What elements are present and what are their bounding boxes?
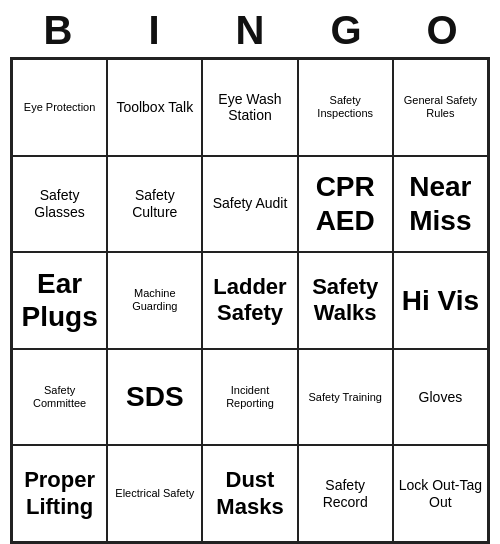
bingo-letter-b: B (14, 8, 102, 53)
bingo-cell-10: Ear Plugs (12, 252, 107, 349)
bingo-cell-16: SDS (107, 349, 202, 446)
bingo-cell-20: Proper Lifting (12, 445, 107, 542)
bingo-cell-9: Near Miss (393, 156, 488, 253)
bingo-cell-15: Safety Committee (12, 349, 107, 446)
bingo-cell-22: Dust Masks (202, 445, 297, 542)
bingo-cell-2: Eye Wash Station (202, 59, 297, 156)
bingo-cell-3: Safety Inspections (298, 59, 393, 156)
bingo-cell-18: Safety Training (298, 349, 393, 446)
bingo-cell-13: Safety Walks (298, 252, 393, 349)
bingo-cell-8: CPR AED (298, 156, 393, 253)
bingo-letter-n: N (206, 8, 294, 53)
bingo-cell-23: Safety Record (298, 445, 393, 542)
bingo-cell-24: Lock Out-Tag Out (393, 445, 488, 542)
bingo-cell-19: Gloves (393, 349, 488, 446)
bingo-letter-i: I (110, 8, 198, 53)
bingo-letter-g: G (302, 8, 390, 53)
bingo-cell-21: Electrical Safety (107, 445, 202, 542)
bingo-cell-7: Safety Audit (202, 156, 297, 253)
bingo-letter-o: O (398, 8, 486, 53)
bingo-cell-12: Ladder Safety (202, 252, 297, 349)
bingo-header: BINGO (10, 0, 490, 57)
bingo-cell-0: Eye Protection (12, 59, 107, 156)
bingo-cell-11: Machine Guarding (107, 252, 202, 349)
bingo-cell-1: Toolbox Talk (107, 59, 202, 156)
bingo-cell-5: Safety Glasses (12, 156, 107, 253)
bingo-grid: Eye ProtectionToolbox TalkEye Wash Stati… (10, 57, 490, 544)
bingo-cell-14: Hi Vis (393, 252, 488, 349)
bingo-cell-6: Safety Culture (107, 156, 202, 253)
bingo-cell-17: Incident Reporting (202, 349, 297, 446)
bingo-cell-4: General Safety Rules (393, 59, 488, 156)
